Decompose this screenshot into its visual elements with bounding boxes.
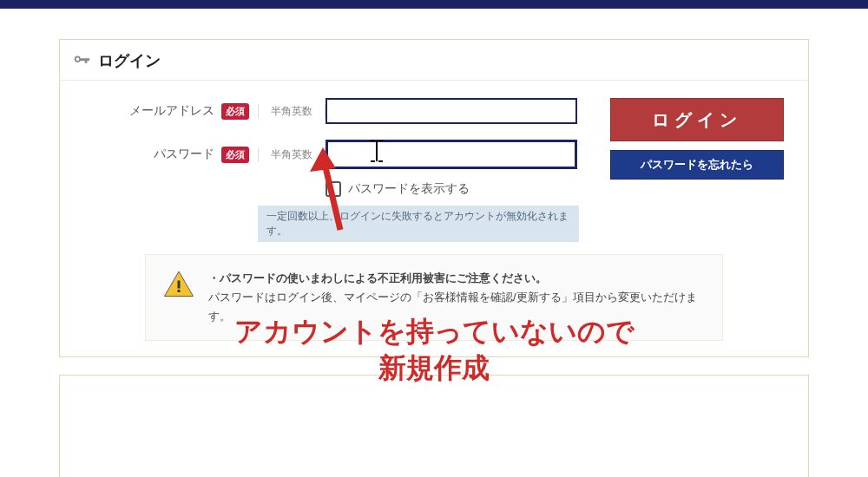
- password-input[interactable]: [326, 140, 577, 169]
- panel-body: ログイン パスワードを忘れたら メールアドレス 必須 半角英数 パスワード 必須…: [60, 81, 808, 356]
- warning-text: ・パスワードの使いまわしによる不正利用被害にご注意ください。 パスワードはログイ…: [208, 269, 705, 326]
- email-label-cell: メールアドレス 必須: [84, 103, 258, 120]
- email-input[interactable]: [326, 98, 577, 124]
- password-input-wrap: [326, 140, 577, 169]
- warning-line-1: ・パスワードの使いまわしによる不正利用被害にご注意ください。: [208, 269, 705, 288]
- login-panel: ログイン ログイン パスワードを忘れたら メールアドレス 必須 半角英数 パスワ…: [59, 39, 809, 357]
- password-label-cell: パスワード 必須: [84, 147, 258, 163]
- password-hint: 半角英数: [258, 147, 326, 162]
- secondary-panel: [59, 375, 809, 477]
- required-badge: 必須: [221, 147, 249, 163]
- show-password-checkbox[interactable]: [326, 181, 341, 197]
- warning-box: ・パスワードの使いまわしによる不正利用被害にご注意ください。 パスワードはログイ…: [145, 254, 723, 341]
- top-bar: [0, 0, 868, 9]
- page-title: ログイン: [98, 50, 161, 71]
- warning-line-2: パスワードはログイン後、マイページの「お客様情報を確認/更新する」項目から変更い…: [208, 288, 705, 326]
- show-password-label: パスワードを表示する: [348, 181, 470, 197]
- spacer: [0, 9, 868, 39]
- password-label: パスワード: [154, 147, 214, 162]
- show-password-row: パスワードを表示する: [326, 181, 577, 197]
- email-hint: 半角英数: [258, 104, 326, 119]
- panel-header: ログイン: [60, 40, 808, 81]
- email-input-wrap: [326, 98, 577, 124]
- right-button-column: ログイン パスワードを忘れたら: [610, 98, 784, 180]
- email-label: メールアドレス: [129, 103, 214, 119]
- login-button[interactable]: ログイン: [610, 98, 784, 141]
- lockout-notice: 一定回数以上、ログインに失敗するとアカウントが無効化されます。: [258, 206, 579, 242]
- key-icon: [72, 51, 91, 70]
- warning-icon: [163, 269, 194, 300]
- required-badge: 必須: [221, 103, 249, 120]
- forgot-password-button[interactable]: パスワードを忘れたら: [610, 150, 784, 180]
